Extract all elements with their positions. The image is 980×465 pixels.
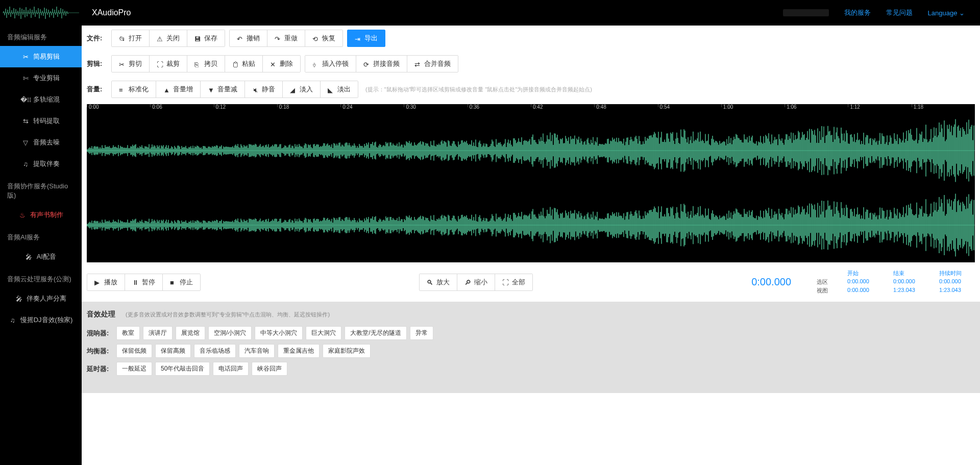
eq-preset-2[interactable]: 音乐临场感 <box>194 344 236 358</box>
file-label: 文件: <box>87 34 107 43</box>
reverb-preset-7[interactable]: 异常 <box>410 326 433 340</box>
ruler-tick: 0:00 <box>87 104 99 107</box>
normalize-button[interactable]: ≡标准化 <box>112 81 156 97</box>
edit-label: 剪辑: <box>87 59 107 68</box>
delay-preset-2[interactable]: 电话回声 <box>213 362 249 376</box>
vol-up-button[interactable]: ▲音量增 <box>156 81 200 97</box>
my-service-link[interactable]: 我的服务 <box>844 8 871 17</box>
concat-audio-button[interactable]: ⟳拼接音频 <box>356 56 407 72</box>
close-button[interactable]: ⚠︎关闭 <box>149 30 187 46</box>
reverb-preset-1[interactable]: 演讲厅 <box>143 326 173 340</box>
ruler-tick: 0:24 <box>340 104 352 107</box>
waveform-channel-left[interactable] <box>87 113 975 188</box>
sidebar-item-dj-effect[interactable]: ♫慢摇DJ音效(独家) <box>0 309 82 331</box>
vol-down-button[interactable]: ▼音量减 <box>200 81 244 97</box>
eq-preset-5[interactable]: 家庭影院声效 <box>323 344 371 358</box>
trim-button[interactable]: ⛶裁剪 <box>149 56 187 72</box>
fade-out-button[interactable]: ◣淡出 <box>320 81 358 97</box>
insert-icon: ⎀ <box>312 61 319 67</box>
ruler-tick: 1:00 <box>721 104 733 107</box>
waveform-channel-right[interactable] <box>87 188 975 262</box>
current-time: 0:00.000 <box>751 276 791 288</box>
sidebar-section-cloud: 音频云处理服务(公测) <box>0 267 82 288</box>
reverb-preset-6[interactable]: 大教堂/无尽的隧道 <box>345 326 406 340</box>
mute-button[interactable]: 🔇︎静音 <box>244 81 282 97</box>
sidebar: 音频编辑服务 ✂简易剪辑 ✄专业剪辑 �⁞⁞多轨缩混 ⇆转码提取 ▽音频去噪 ♫… <box>0 26 82 465</box>
stop-icon: ■ <box>170 279 177 285</box>
sidebar-item-multitrack[interactable]: �⁞⁞多轨缩混 <box>0 89 82 110</box>
reverb-preset-2[interactable]: 展览馆 <box>176 326 205 340</box>
warning-icon: ⚠︎ <box>157 35 163 42</box>
faq-link[interactable]: 常见问题 <box>886 8 913 17</box>
stop-button[interactable]: ■停止 <box>162 274 200 290</box>
reverb-preset-4[interactable]: 中等大小洞穴 <box>255 326 303 340</box>
sidebar-item-simple-edit[interactable]: ✂简易剪辑 <box>0 46 82 67</box>
fade-in-button[interactable]: ◢淡入 <box>282 81 320 97</box>
sidebar-item-vocal-separation[interactable]: 🎤︎伴奏人声分离 <box>0 288 82 309</box>
paste-button[interactable]: 📋︎粘贴 <box>225 56 262 72</box>
restore-button[interactable]: ⟲恢复 <box>305 30 342 46</box>
language-select[interactable]: Language ⌄ <box>928 9 965 17</box>
ruler-tick: 0:06 <box>150 104 162 107</box>
delete-button[interactable]: ✕删除 <box>262 56 300 72</box>
mute-icon: 🔇︎ <box>252 86 259 93</box>
play-button[interactable]: ▶播放 <box>87 274 125 290</box>
playback-row: ▶播放 ⏸暂停 ■停止 🔍︎放大 🔎︎缩小 ⛶全部 0:00.000 开始 结束… <box>82 262 980 302</box>
pause-button[interactable]: ⏸暂停 <box>125 274 162 290</box>
sidebar-item-ai-voice[interactable]: 🎤︎AI配音 <box>0 246 82 267</box>
eq-preset-1[interactable]: 保留高频 <box>155 344 191 358</box>
fade-out-icon: ◣ <box>328 86 334 93</box>
filter-icon: ▽ <box>22 139 29 146</box>
sel-end: 0:00.000 <box>893 278 929 286</box>
row-view: 视图 <box>817 287 837 295</box>
folder-icon: 📂︎ <box>119 35 126 42</box>
reverb-preset-0[interactable]: 教室 <box>116 326 140 340</box>
undo-button[interactable]: ↶撤销 <box>230 30 267 46</box>
merge-audio-button[interactable]: ⇄合并音频 <box>407 56 458 72</box>
sliders-icon: �⁞⁞ <box>22 96 29 103</box>
copy-icon: ⎘ <box>194 61 201 67</box>
reverb-preset-3[interactable]: 空洞/小洞穴 <box>208 326 252 340</box>
eq-preset-0[interactable]: 保留低频 <box>116 344 152 358</box>
sidebar-item-pro-edit[interactable]: ✄专业剪辑 <box>0 67 82 89</box>
open-button[interactable]: 📂︎打开 <box>112 30 149 46</box>
ruler-tick: 0:30 <box>404 104 415 107</box>
zoom-out-button[interactable]: 🔎︎缩小 <box>457 274 495 290</box>
sidebar-item-audiobook[interactable]: ♨有声书制作 <box>0 204 82 226</box>
sidebar-item-extract-accompaniment[interactable]: ♫提取伴奏 <box>0 153 82 175</box>
user-placeholder <box>783 9 829 16</box>
edit-toolbar: 剪辑: ✂剪切 ⛶裁剪 ⎘拷贝 📋︎粘贴 ✕删除 ⎀插入停顿 ⟳拼接音频 ⇄合并… <box>82 51 980 77</box>
delay-label: 延时器: <box>87 364 112 374</box>
copy-button[interactable]: ⎘拷贝 <box>187 56 225 72</box>
zoom-all-button[interactable]: ⛶全部 <box>495 274 532 290</box>
sidebar-section-ai: 音频AI服务 <box>0 226 82 246</box>
top-header: XAudioPro 我的服务 常见问题 Language ⌄ <box>0 0 980 26</box>
ruler-tick: 0:54 <box>658 104 670 107</box>
export-button[interactable]: ⇥导出 <box>347 30 385 47</box>
redo-button[interactable]: ↷重做 <box>267 30 305 46</box>
eq-preset-4[interactable]: 重金属吉他 <box>278 344 320 358</box>
logo-waveform <box>0 0 82 26</box>
cut-button[interactable]: ✂剪切 <box>112 56 149 72</box>
waveform-area[interactable]: 0:000:060:120:180:240:300:360:420:480:54… <box>87 104 975 262</box>
redo-icon: ↷ <box>275 35 281 42</box>
ruler-tick: 0:42 <box>531 104 543 107</box>
sidebar-section-studio: 音频协作服务(Studio版) <box>0 175 82 204</box>
zoom-in-button[interactable]: 🔍︎放大 <box>420 274 457 290</box>
fade-in-icon: ◢ <box>290 86 297 93</box>
reverb-preset-5[interactable]: 巨大洞穴 <box>306 326 341 340</box>
save-button[interactable]: 💾︎保存 <box>187 30 225 46</box>
headphones-icon: ♫ <box>9 316 16 324</box>
sidebar-item-transcode[interactable]: ⇆转码提取 <box>0 110 82 132</box>
delay-preset-3[interactable]: 峡谷回声 <box>252 362 287 376</box>
delay-preset-0[interactable]: 一般延迟 <box>116 362 152 376</box>
scissors-icon: ✂ <box>22 53 29 60</box>
time-ruler[interactable]: 0:000:060:120:180:240:300:360:420:480:54… <box>87 104 975 113</box>
insert-pause-button[interactable]: ⎀插入停顿 <box>305 56 356 72</box>
eq-preset-3[interactable]: 汽车音响 <box>239 344 275 358</box>
delay-preset-1[interactable]: 50年代敲击回音 <box>155 362 210 376</box>
delete-icon: ✕ <box>270 61 277 67</box>
ruler-tick: 0:48 <box>594 104 606 107</box>
zoom-in-icon: 🔍︎ <box>427 279 433 285</box>
sidebar-item-denoise[interactable]: ▽音频去噪 <box>0 132 82 153</box>
